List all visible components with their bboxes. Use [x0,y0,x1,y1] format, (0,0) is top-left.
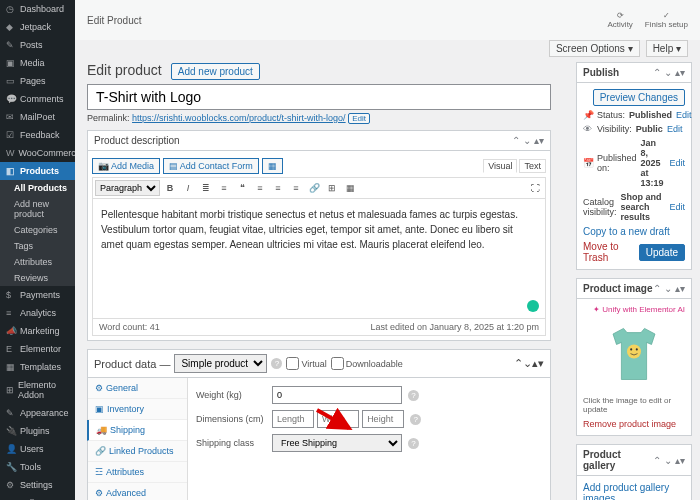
list-ul-icon[interactable]: ≣ [198,180,214,196]
nav-jetpack[interactable]: ◆Jetpack [0,18,75,36]
move-to-trash[interactable]: Move to Trash [583,241,639,263]
subnav-all-products[interactable]: All Products [0,180,75,196]
edit-status[interactable]: Edit [676,110,692,120]
pdata-tab-attributes[interactable]: ☲Attributes [88,462,187,483]
insert-icon[interactable]: ⊞ [324,180,340,196]
screen-options[interactable]: Screen Options ▾ [549,40,640,57]
pdata-tab-advanced[interactable]: ⚙Advanced [88,483,187,500]
subnav-attributes[interactable]: Attributes [0,254,75,270]
add-media-button[interactable]: 📷 Add Media [92,158,160,174]
nav-settings[interactable]: ⚙Settings [0,476,75,494]
edit-date[interactable]: Edit [669,158,685,168]
nav-elementor[interactable]: EElementor [0,340,75,358]
length-input[interactable] [272,410,314,428]
svg-point-0 [627,345,641,359]
help-tab[interactable]: Help ▾ [646,40,688,57]
align-center-icon[interactable]: ≡ [270,180,286,196]
add-contact-form-button[interactable]: ▤ Add Contact Form [163,158,259,174]
fullscreen-icon[interactable]: ⛶ [527,180,543,196]
nav-templates[interactable]: ▦Templates [0,358,75,376]
finish-setup-link[interactable]: ✓Finish setup [645,11,688,29]
pdata-tab-shipping[interactable]: 🚚Shipping [87,420,187,441]
subnav-reviews[interactable]: Reviews [0,270,75,286]
svg-point-1 [630,348,632,350]
text-tab[interactable]: Text [519,159,546,173]
nav-pages[interactable]: ▭Pages [0,72,75,90]
subnav-categories[interactable]: Categories [0,222,75,238]
help-icon[interactable]: ? [271,358,282,369]
panel-down[interactable]: ⌄ [523,135,531,146]
nav-elemento-addon[interactable]: ⊞Elemento Addon [0,376,75,404]
elementor-ai[interactable]: ✦ Unify with Elementor AI [593,305,685,314]
nav-dashboard[interactable]: ◷Dashboard [0,0,75,18]
eye-icon: 👁 [583,124,593,134]
remove-image[interactable]: Remove product image [583,419,676,429]
nav-woocommerce[interactable]: WWooCommerce [0,144,75,162]
toolbar: Paragraph B I ≣ ≡ ❝ ≡ ≡ ≡ 🔗 ⊞ ▦ ⛶ [92,178,546,199]
nav-appearance[interactable]: ✎Appearance [0,404,75,422]
editor-content[interactable]: Pellentesque habitant morbi tristique se… [92,199,546,319]
pin-icon: 📌 [583,110,593,120]
nav-posts[interactable]: ✎Posts [0,36,75,54]
subnav-tags[interactable]: Tags [0,238,75,254]
align-right-icon[interactable]: ≡ [288,180,304,196]
downloadable-checkbox[interactable]: Downloadable [331,357,403,370]
link-icon[interactable]: 🔗 [306,180,322,196]
edit-visibility[interactable]: Edit [667,124,683,134]
help-icon[interactable]: ? [408,390,419,401]
visual-tab[interactable]: Visual [483,159,517,173]
permalink-edit[interactable]: Edit [348,113,370,124]
nav-comments[interactable]: 💬Comments [0,90,75,108]
format-select[interactable]: Paragraph [95,180,160,196]
nav-mailpoet[interactable]: ✉MailPoet [0,108,75,126]
italic-icon[interactable]: I [180,180,196,196]
activity-link[interactable]: ⟳Activity [608,11,633,29]
weight-input[interactable] [272,386,402,404]
nav-payments[interactable]: $Payments [0,286,75,304]
nav-feedback[interactable]: ☑Feedback [0,126,75,144]
virtual-checkbox[interactable]: Virtual [286,357,326,370]
pdata-tab-general[interactable]: ⚙General [88,378,187,399]
svg-point-2 [636,348,638,350]
update-button[interactable]: Update [639,244,685,261]
nav-users[interactable]: 👤Users [0,440,75,458]
preview-changes-button[interactable]: Preview Changes [593,89,685,106]
panel-up[interactable]: ⌃ [512,135,520,146]
forms-button[interactable]: ▦ [262,158,283,174]
product-title-input[interactable] [87,84,551,110]
product-image[interactable] [599,320,669,390]
list-ol-icon[interactable]: ≡ [216,180,232,196]
permalink-url[interactable]: https://srishti.wooblocks.com/product/t-… [132,113,346,123]
nav-analytics[interactable]: ≡Analytics [0,304,75,322]
copy-draft[interactable]: Copy to a new draft [583,226,670,237]
nav-media[interactable]: ▣Media [0,54,75,72]
grammarly-icon[interactable] [527,300,539,312]
bold-icon[interactable]: B [162,180,178,196]
align-left-icon[interactable]: ≡ [252,180,268,196]
height-input[interactable] [362,410,404,428]
calendar-icon: 📅 [583,158,593,168]
nav-collapse-menu[interactable]: ◀Collapse menu [0,494,75,500]
page-title: Edit product [87,62,162,78]
add-gallery-images[interactable]: Add product gallery images [583,482,669,500]
nav-plugins[interactable]: 🔌Plugins [0,422,75,440]
add-new-product[interactable]: Add new product [171,63,260,80]
panel-move[interactable]: ▴▾ [534,135,544,146]
help-icon[interactable]: ? [410,414,421,425]
nav-products[interactable]: ◧Products [0,162,75,180]
pdata-tab-inventory[interactable]: ▣Inventory [88,399,187,420]
nav-tools[interactable]: 🔧Tools [0,458,75,476]
product-type-select[interactable]: Simple product [174,354,267,373]
more-icon[interactable]: ▦ [342,180,358,196]
shipping-class-select[interactable]: Free Shipping [272,434,402,452]
subnav-add-new-product[interactable]: Add new product [0,196,75,222]
nav-marketing[interactable]: 📣Marketing [0,322,75,340]
edit-catalog[interactable]: Edit [669,202,685,212]
width-input[interactable] [317,410,359,428]
help-icon[interactable]: ? [408,438,419,449]
brand: Edit Product [87,15,141,26]
pdata-tab-linked-products[interactable]: 🔗Linked Products [88,441,187,462]
quote-icon[interactable]: ❝ [234,180,250,196]
